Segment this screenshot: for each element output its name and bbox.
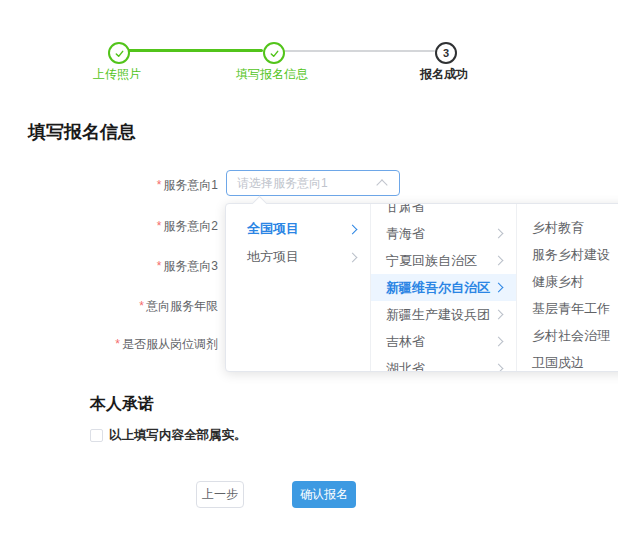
cascader-option-rural-governance[interactable]: 乡村社会治理 (517, 322, 618, 349)
field-label-service-intent-2: *服务意向2 (40, 218, 218, 235)
field-label-service-intent-3: *服务意向3 (40, 258, 218, 275)
commitment-title: 本人承诺 (90, 394, 154, 415)
chevron-right-icon (494, 256, 504, 266)
field-label-accept-adjustment: *是否服从岗位调剂 (40, 336, 218, 353)
check-icon (269, 48, 280, 59)
step-3-circle: 3 (435, 42, 457, 64)
chevron-right-icon (348, 252, 358, 262)
commitment-checkbox[interactable] (90, 429, 103, 442)
cascader-option-local[interactable]: 地方项目 (226, 243, 370, 271)
cascader-level-2: 甘肃省 青海省 宁夏回族自治区 新疆维吾尔自治区 新疆生产建设兵团 (370, 204, 517, 371)
check-icon (114, 48, 125, 59)
cascader-option-xinjiang-corps[interactable]: 新疆生产建设兵团 (371, 301, 516, 328)
cascader-option-province-clipped[interactable]: 甘肃省 (371, 204, 516, 220)
chevron-right-icon (494, 310, 504, 320)
cascader-level-1: 全国项目 地方项目 (226, 204, 370, 371)
field-label-service-intent-1: *服务意向1 (40, 177, 218, 194)
commitment-checkbox-label: 以上填写内容全部属实。 (109, 429, 247, 442)
chevron-right-icon (348, 224, 358, 234)
required-mark: * (157, 259, 162, 273)
stepper-connector-pending (282, 50, 435, 52)
cascader-option-qinghai[interactable]: 青海省 (371, 220, 516, 247)
stepper-connector-done (127, 49, 263, 52)
chevron-right-icon (494, 283, 504, 293)
service-intent-1-select[interactable]: 请选择服务意向1 (226, 170, 400, 196)
step-1-circle (108, 42, 130, 64)
step-1-label: 上传照片 (93, 66, 141, 83)
required-mark: * (157, 219, 162, 233)
confirm-registration-button[interactable]: 确认报名 (292, 481, 356, 508)
page-title: 填写报名信息 (28, 120, 136, 144)
cascader-option-xinjiang[interactable]: 新疆维吾尔自治区 (371, 274, 516, 301)
chevron-right-icon (494, 364, 504, 371)
cascader-option-rural-construction[interactable]: 服务乡村建设 (517, 241, 618, 268)
cascader-option-hubei[interactable]: 湖北省 (371, 355, 516, 371)
cascader-option-national[interactable]: 全国项目 (226, 215, 370, 243)
required-mark: * (139, 299, 144, 313)
chevron-right-icon (494, 229, 504, 239)
cascader-option-ningxia[interactable]: 宁夏回族自治区 (371, 247, 516, 274)
cascader-dropdown: 全国项目 地方项目 甘肃省 青海省 宁夏回族自治区 (225, 203, 618, 372)
cascader-option-jilin[interactable]: 吉林省 (371, 328, 516, 355)
cascader-option-rural-education[interactable]: 乡村教育 (517, 214, 618, 241)
previous-step-button[interactable]: 上一步 (196, 481, 244, 508)
step-2-circle (263, 42, 285, 64)
cascader-option-border-defense[interactable]: 卫国戍边 (517, 349, 618, 371)
cascader-option-grassroots-youth[interactable]: 基层青年工作 (517, 295, 618, 322)
chevron-right-icon (494, 337, 504, 347)
required-mark: * (157, 178, 162, 192)
step-3-label: 报名成功 (414, 66, 474, 83)
cascader-option-healthy-village[interactable]: 健康乡村 (517, 268, 618, 295)
chevron-up-icon (376, 179, 387, 190)
step-3-number: 3 (443, 47, 449, 59)
select-placeholder: 请选择服务意向1 (227, 175, 378, 192)
step-2-label: 填写报名信息 (236, 66, 308, 83)
field-label-service-years: *意向服务年限 (40, 298, 218, 315)
registration-page: 3 上传照片 填写报名信息 报名成功 填写报名信息 *服务意向1 *服务意向2 … (0, 0, 618, 533)
cascader-level-3: 乡村教育 服务乡村建设 健康乡村 基层青年工作 乡村社会治理 卫国戍边 (517, 204, 618, 371)
required-mark: * (115, 337, 120, 351)
